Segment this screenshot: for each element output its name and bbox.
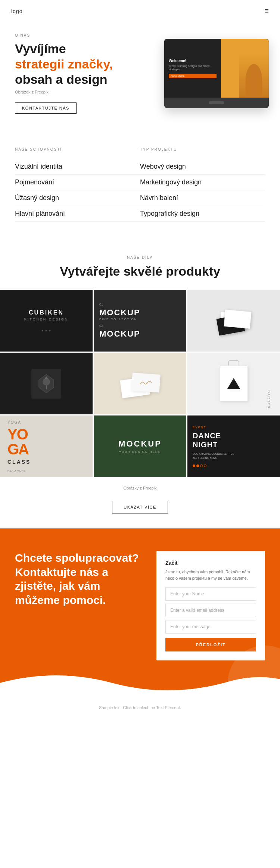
mockup2-sub: YOUR DESIGN HERE [119, 450, 161, 454]
screen-read-more: READ MORE [169, 74, 217, 78]
mockup-main-title2: MOCKUP [99, 329, 140, 339]
skill-item: Webový design [140, 159, 265, 175]
portfolio-item-cards[interactable]: B [187, 290, 280, 352]
cubiken-content: CUBIKEN KITCHEN DESIGN ● ● ● [24, 309, 69, 332]
hero-label: O NÁS [15, 33, 138, 37]
hero-title-line3: obsah a design [15, 72, 108, 86]
skill-item: Návrh balení [140, 190, 265, 206]
hero-title-line1: Vyvíjíme [15, 42, 66, 56]
portfolio-item-lion[interactable] [0, 353, 93, 414]
name-input[interactable] [165, 587, 256, 601]
dance-dots [193, 464, 206, 467]
cubiken-extra: ● ● ● [24, 329, 69, 332]
skills-section: NAŠE SCHOPNOSTI Vizuální identita Pojmen… [0, 129, 280, 240]
portfolio-item-cubiken[interactable]: CUBIKEN KITCHEN DESIGN ● ● ● [0, 290, 93, 352]
bag-triangle-logo [227, 378, 240, 389]
cubiken-subtitle: KITCHEN DESIGN [24, 318, 69, 321]
dot4 [204, 464, 206, 467]
skill-item: Marketingový design [140, 175, 265, 190]
freepik-credit-link[interactable]: Obrázky z Freepik [7, 486, 273, 490]
portfolio-title: Vytvářejte skvělé produkty [0, 264, 280, 279]
yoga-ga-text: GA [7, 442, 28, 456]
bag-handle [228, 360, 239, 365]
dot2 [196, 464, 199, 467]
sig-card-2 [131, 372, 160, 392]
dot3 [200, 464, 203, 467]
mockup-row2: 02 [99, 324, 105, 328]
dance-label: EVENT [193, 426, 206, 429]
skill-item: Úžasný design [15, 190, 140, 206]
cta-form-block: Začít Jsme tu, abychom vám pomohli. Řekn… [156, 551, 265, 660]
yoga-class-label: CLASS [7, 459, 31, 465]
yoga-desc: READ MORE [7, 469, 25, 473]
hero-title: Vyvíjíme strategii značky, obsah a desig… [15, 41, 138, 87]
hero-text-block: O NÁS Vyvíjíme strategii značky, obsah a… [15, 33, 146, 114]
show-more-button[interactable]: UKÁZAT VÍCE [112, 501, 168, 513]
skills-col-2: TYP PROJEKTU Webový design Marketingový … [140, 147, 265, 222]
portfolio-section: NAŠE DÍLA Vytvářejte skvělé produkty CUB… [0, 240, 280, 521]
portfolio-item-bag[interactable]: BARRER [187, 353, 280, 414]
contact-button[interactable]: KONTAKTUJTE NÁS [15, 102, 77, 114]
bag-brand-text: BARRER [267, 390, 271, 409]
mockup-row1: 01 [99, 303, 105, 306]
screen-left-panel: Welcome! Create stunning designs and bra… [164, 39, 221, 98]
skills-col1-label: NAŠE SCHOPNOSTI [15, 147, 140, 151]
dance-night: NIGHT [193, 441, 218, 448]
skill-item: Vizuální identita [15, 159, 140, 175]
yoga-label: YOGA [7, 420, 21, 424]
skill-item: Typografický design [140, 206, 265, 222]
skills-col-1: NAŠE SCHOPNOSTI Vizuální identita Pojmen… [15, 147, 140, 222]
header: logo ≡ [0, 0, 280, 22]
footer-text: Sample text. Click to select the Text El… [15, 705, 265, 710]
dot1 [193, 464, 195, 467]
portfolio-item-signature[interactable] [94, 353, 186, 414]
lion-shape [31, 369, 61, 399]
portfolio-item-mockup2[interactable]: MOCKUP YOUR DESIGN HERE [94, 415, 186, 477]
hero-subtitle: Obrázek z Freepik [15, 90, 138, 94]
cubiken-title: CUBIKEN [24, 309, 69, 316]
hero-image-block: Welcome! Create stunning designs and bra… [146, 39, 269, 108]
hero-section: O NÁS Vyvíjíme strategii značky, obsah a… [0, 22, 280, 129]
screen-welcome-text: Welcome! [169, 59, 217, 63]
cards-container: B [187, 290, 280, 352]
laptop-trackpad [209, 101, 224, 104]
logo: logo [11, 8, 22, 14]
laptop-screen: Welcome! Create stunning designs and bra… [164, 39, 269, 98]
yoga-class-text: YO [7, 427, 28, 441]
cta-title: Chcete spolupracovat? Kontaktujte nás a … [15, 551, 145, 607]
screen-description: Create stunning designs and brand strate… [169, 64, 217, 72]
submit-button[interactable]: PŘEDLOŽIT [165, 638, 256, 651]
mockup-collection: FINE COLLECTION [99, 318, 137, 321]
hamburger-menu-icon[interactable]: ≡ [264, 7, 269, 15]
laptop-mockup: Welcome! Create stunning designs and bra… [164, 39, 269, 108]
screen-right-panel [221, 39, 269, 98]
mockup2-title: MOCKUP [118, 439, 162, 449]
portfolio-item-dance[interactable]: EVENT DANCE NIGHT DEG AMAZING SOUNDS LEF… [187, 415, 280, 477]
portfolio-header: NAŠE DÍLA Vytvářejte skvělé produkty [0, 255, 280, 279]
portfolio-item-yoga[interactable]: YOGA YO GA CLASS READ MORE [0, 415, 93, 477]
signature-cards [94, 353, 186, 414]
hero-image-credit: Obrázek z Freepik [15, 90, 49, 94]
form-section-label: Začít [165, 560, 256, 566]
card-light [224, 310, 252, 329]
cta-content: Chcete spolupracovat? Kontaktujte nás a … [15, 551, 265, 660]
email-input[interactable] [165, 604, 256, 617]
skills-col2-label: TYP PROJEKTU [140, 147, 265, 151]
skills-grid: NAŠE SCHOPNOSTI Vizuální identita Pojmen… [15, 147, 265, 222]
laptop-base [164, 98, 269, 108]
portfolio-grid: CUBIKEN KITCHEN DESIGN ● ● ● 01 MOCKUP F… [0, 290, 280, 478]
screen-person-image [239, 53, 269, 98]
portfolio-item-mockup[interactable]: 01 MOCKUP FINE COLLECTION 02 MOCKUP [94, 290, 186, 352]
hero-title-line2: strategii značky, [15, 57, 113, 71]
footer: Sample text. Click to select the Text El… [0, 698, 280, 717]
cta-text-block: Chcete spolupracovat? Kontaktujte nás a … [15, 551, 145, 607]
dance-title: DANCE [193, 432, 221, 439]
cta-section: Chcete spolupracovat? Kontaktujte nás a … [0, 528, 280, 698]
form-description: Jsme tu, abychom vám pomohli. Řekněte ná… [165, 569, 256, 581]
message-input[interactable] [165, 620, 256, 634]
skill-item: Hlavní plánování [15, 206, 140, 222]
bag-container: BARRER [187, 353, 280, 414]
portfolio-footer: Obrázky z Freepik UKÁZAT VÍCE [0, 478, 280, 521]
mockup-main-title: MOCKUP [99, 308, 140, 318]
dance-desc: DEG AMAZING SOUNDS LEFT USALL FEELING AL… [193, 452, 234, 460]
